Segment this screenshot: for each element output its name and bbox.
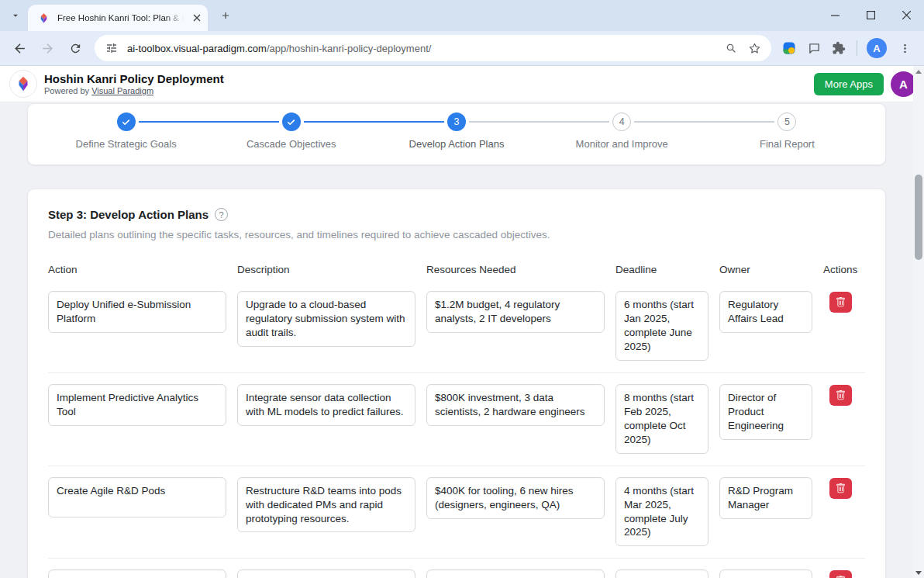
window-minimize-button[interactable] (817, 0, 853, 29)
table-row: Implement Predictive Analytics Tool Inte… (48, 373, 865, 466)
app-header: Hoshin Kanri Policy Deployment Powered b… (0, 66, 924, 102)
step-label: Cascade Objectives (247, 138, 336, 150)
url-path: /app/hoshin-kanri-policy-deployment/ (267, 43, 431, 54)
site-favicon-icon (36, 10, 51, 26)
page-scrollbar[interactable] (913, 66, 924, 578)
step-label: Final Report (760, 138, 815, 150)
action-field[interactable]: Region-Specific Market Launch Kits (48, 569, 226, 578)
description-field[interactable]: Restructure R&D teams into pods with ded… (237, 477, 415, 533)
resources-field[interactable]: $800K investment, 3 data scientists, 2 h… (426, 384, 605, 426)
action-field[interactable]: Deploy Unified e-Submission Platform (48, 291, 226, 333)
window-controls (817, 0, 924, 29)
visual-paradigm-link[interactable]: Visual Paradigm (91, 86, 153, 95)
browser-tab[interactable]: Free Hoshin Kanri Tool: Plan & E (28, 5, 208, 31)
deadline-field[interactable]: 6 months (start Jan 2025, complete June … (615, 291, 709, 361)
delete-row-button[interactable] (829, 292, 852, 313)
bookmark-star-icon[interactable] (746, 40, 762, 56)
page-content: Define Strategic Goals Cascade Objective… (27, 103, 886, 578)
url-domain: ai-toolbox.visual-paradigm.com (127, 43, 267, 54)
trash-icon (836, 483, 846, 493)
tab-title: Free Hoshin Kanri Tool: Plan & E (57, 13, 184, 22)
scrollbar-down-arrow[interactable] (913, 567, 924, 578)
zoom-icon[interactable] (723, 40, 739, 56)
site-info-icon[interactable] (104, 40, 119, 56)
step-number: 4 (612, 112, 631, 131)
more-apps-button[interactable]: More Apps (814, 73, 884, 95)
step-cascade-objectives[interactable]: Cascade Objectives (209, 112, 374, 150)
column-header-action: Action (48, 264, 226, 275)
resources-field[interactable]: $250K for content creation, 2 regional m… (426, 569, 605, 578)
table-row: Deploy Unified e-Submission Platform Upg… (48, 280, 865, 373)
owner-field[interactable]: Regional Sales Manager (719, 569, 812, 578)
extensions-puzzle-icon[interactable] (827, 36, 850, 60)
reload-button[interactable] (62, 35, 88, 61)
column-header-resources: Resources Needed (426, 264, 605, 275)
action-field[interactable]: Implement Predictive Analytics Tool (48, 384, 226, 426)
new-tab-button[interactable] (215, 5, 236, 26)
step-final-report[interactable]: 5 Final Report (705, 112, 870, 150)
description-field[interactable]: Develop localized marketing collateral, … (237, 569, 415, 578)
back-button[interactable] (6, 35, 33, 61)
page-title: Step 3: Develop Action Plans (48, 208, 209, 221)
table-header-row: Action Description Resources Needed Dead… (48, 264, 865, 280)
owner-field[interactable]: Regulatory Affairs Lead (719, 291, 812, 333)
step-monitor-and-improve[interactable]: 4 Monitor and Improve (540, 112, 705, 150)
deadline-field[interactable]: 4 months (start Mar 2025, complete July … (615, 477, 709, 547)
browser-tab-strip: Free Hoshin Kanri Tool: Plan & E (0, 0, 924, 31)
powered-by-prefix: Powered by (44, 86, 89, 95)
reload-icon (69, 42, 82, 55)
step-label: Define Strategic Goals (76, 138, 177, 150)
stepper: Define Strategic Goals Cascade Objective… (43, 112, 870, 150)
address-bar[interactable]: ai-toolbox.visual-paradigm.com/app/hoshi… (95, 35, 771, 61)
action-plans-card: Step 3: Develop Action Plans ? Detailed … (27, 189, 886, 578)
powered-by: Powered by Visual Paradigm (44, 86, 224, 95)
app-logo-icon (9, 70, 37, 98)
deadline-field[interactable]: 5 months (start Apr 2025, complete Aug 2… (615, 569, 709, 578)
url-text: ai-toolbox.visual-paradigm.com/app/hoshi… (127, 43, 715, 54)
step-check-icon (117, 112, 136, 131)
delete-row-button[interactable] (829, 570, 852, 578)
back-arrow-icon (12, 41, 27, 56)
stepper-card: Define Strategic Goals Cascade Objective… (27, 103, 886, 165)
owner-field[interactable]: R&D Program Manager (719, 477, 812, 519)
description-field[interactable]: Upgrade to a cloud-based regulatory subm… (237, 291, 415, 347)
step-check-icon (282, 112, 301, 131)
step-develop-action-plans[interactable]: 3 Develop Action Plans (374, 112, 539, 150)
column-header-deadline: Deadline (615, 264, 709, 275)
resources-field[interactable]: $1.2M budget, 4 regulatory analysts, 2 I… (426, 291, 605, 333)
tab-close-icon[interactable] (190, 12, 203, 25)
action-field[interactable]: Create Agile R&D Pods (48, 477, 226, 517)
step-label: Develop Action Plans (409, 138, 505, 150)
column-header-actions: Actions (823, 264, 865, 275)
help-icon[interactable]: ? (215, 208, 228, 221)
app-titles: Hoshin Kanri Policy Deployment Powered b… (44, 72, 224, 95)
colorful-extension-icon[interactable] (777, 36, 801, 60)
step-number: 5 (777, 112, 796, 131)
tab-search-button[interactable] (7, 7, 24, 24)
browser-profile-avatar[interactable]: A (867, 38, 887, 58)
description-field[interactable]: Integrate sensor data collection with ML… (237, 384, 415, 426)
step-define-strategic-goals[interactable]: Define Strategic Goals (43, 112, 209, 150)
forward-button[interactable] (34, 35, 60, 61)
step-number: 3 (447, 112, 466, 131)
window-close-button[interactable] (888, 0, 924, 29)
window-maximize-button[interactable] (853, 0, 888, 29)
deadline-field[interactable]: 8 months (start Feb 2025, complete Oct 2… (615, 384, 709, 454)
app-title: Hoshin Kanri Policy Deployment (44, 72, 224, 85)
step-label: Monitor and Improve (576, 138, 668, 150)
resources-field[interactable]: $400K for tooling, 6 new hires (designer… (426, 477, 605, 519)
browser-toolbar: ai-toolbox.visual-paradigm.com/app/hoshi… (0, 31, 924, 66)
page-subtitle: Detailed plans outlining the specific ta… (48, 229, 865, 241)
chat-icon[interactable] (802, 36, 826, 60)
column-header-owner: Owner (719, 264, 812, 275)
forward-arrow-icon (40, 41, 55, 56)
trash-icon (836, 297, 846, 307)
delete-row-button[interactable] (829, 385, 852, 406)
scrollbar-thumb[interactable] (915, 175, 922, 260)
trash-icon (836, 390, 846, 400)
menu-dots-icon[interactable] (891, 35, 918, 61)
scrollbar-up-arrow[interactable] (913, 66, 924, 77)
plus-icon (220, 10, 231, 21)
delete-row-button[interactable] (829, 478, 852, 499)
owner-field[interactable]: Director of Product Engineering (719, 384, 812, 440)
